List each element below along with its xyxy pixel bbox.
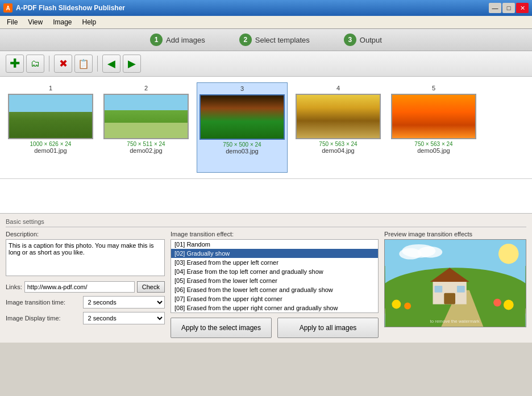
- effect-item[interactable]: [06] Erased from the lower left corner a…: [171, 285, 378, 294]
- step-2-circle: 2: [239, 34, 252, 46]
- step-1[interactable]: 1 Add images: [150, 34, 205, 46]
- transition-time-row: Image transition time: 1 second2 seconds…: [6, 296, 165, 309]
- step-3-label: Output: [360, 36, 382, 44]
- title-bar: A A-PDF Flash Slideshow Publisher — □ ✕: [0, 0, 532, 16]
- step-2[interactable]: 2 Select templates: [239, 34, 310, 46]
- middle-settings: Image transition effect: [01] Random[02]…: [171, 231, 379, 338]
- image-info: 750 × 563 × 24: [319, 141, 357, 147]
- steps-bar: 1 Add images 2 Select templates 3 Output: [0, 29, 532, 51]
- toolbar-separator-1: [49, 56, 49, 72]
- step-1-circle: 1: [150, 34, 163, 46]
- step-3-circle: 3: [344, 34, 356, 46]
- window-title: A-PDF Flash Slideshow Publisher: [16, 4, 125, 12]
- back-button[interactable]: ◀: [102, 55, 120, 73]
- svg-rect-10: [434, 286, 442, 293]
- image-item-2[interactable]: 2 750 × 511 × 24 demo02.jpg: [101, 82, 191, 173]
- title-bar-controls: — □ ✕: [489, 3, 529, 13]
- image-item-3[interactable]: 3 750 × 500 × 24 demo03.jpg: [197, 82, 288, 173]
- effect-item[interactable]: [03] Erased from the upper left corner: [171, 258, 378, 267]
- image-thumb: [200, 94, 285, 140]
- left-settings: Description: Links: Check Image transiti…: [6, 231, 165, 338]
- image-thumb: [296, 94, 381, 139]
- image-thumb: [391, 94, 476, 139]
- svg-point-15: [504, 300, 514, 310]
- description-label: Description:: [6, 231, 165, 237]
- display-time-label: Image Display time:: [6, 315, 80, 322]
- image-name: demo04.jpg: [322, 147, 355, 154]
- transition-time-select[interactable]: 1 second2 seconds3 seconds4 seconds5 sec…: [83, 296, 165, 309]
- preview-box: to remove the watermark: [384, 239, 526, 327]
- preview-svg: to remove the watermark: [385, 240, 526, 327]
- image-item-5[interactable]: 5 750 × 563 × 24 demo05.jpg: [389, 82, 479, 173]
- delete-button[interactable]: ✖: [54, 55, 72, 73]
- image-number: 1: [49, 85, 52, 91]
- settings-row: Description: Links: Check Image transiti…: [6, 231, 526, 338]
- effect-item[interactable]: [04] Erase from the top left corner and …: [171, 267, 378, 276]
- effect-item[interactable]: [01] Random: [171, 240, 378, 249]
- add-folder-button[interactable]: 🗂: [26, 55, 44, 73]
- minimize-button[interactable]: —: [489, 3, 501, 13]
- menu-image[interactable]: Image: [48, 17, 76, 27]
- svg-text:to remove the watermark: to remove the watermark: [430, 319, 480, 324]
- image-number: 5: [432, 85, 435, 91]
- image-info: 1000 × 626 × 24: [30, 141, 72, 147]
- image-item-1[interactable]: 1 1000 × 626 × 24 demo01.jpg: [6, 82, 95, 173]
- effect-item[interactable]: [09] Erased from the lower right corner: [171, 312, 378, 313]
- effect-item[interactable]: [07] Erased from the upper right corner: [171, 294, 378, 303]
- apply-all-button[interactable]: Apply to all images: [277, 318, 379, 338]
- image-number: 2: [144, 85, 148, 91]
- effect-label: Image transition effect:: [171, 231, 379, 237]
- forward-button[interactable]: ▶: [123, 55, 141, 73]
- image-name: demo03.jpg: [226, 148, 259, 155]
- effect-item[interactable]: [05] Erased from the lower left corner: [171, 276, 378, 285]
- effect-list[interactable]: [01] Random[02] Gradually show[03] Erase…: [171, 239, 379, 313]
- menu-bar: File View Image Help: [0, 16, 532, 29]
- menu-file[interactable]: File: [2, 17, 22, 27]
- maximize-button[interactable]: □: [502, 3, 515, 13]
- effect-list-container: [01] Random[02] Gradually show[03] Erase…: [171, 239, 379, 313]
- svg-point-13: [404, 303, 411, 310]
- description-textarea[interactable]: [6, 239, 165, 276]
- white-area: [0, 179, 532, 213]
- image-info: 750 × 500 × 24: [223, 141, 261, 148]
- image-name: demo05.jpg: [417, 147, 450, 154]
- image-item-4[interactable]: 4 750 × 563 × 24 demo04.jpg: [293, 82, 383, 173]
- bottom-panel: Basic settings Description: Links: Check…: [0, 213, 532, 343]
- basic-settings-label: Basic settings: [6, 218, 526, 227]
- apply-selected-button[interactable]: Apply to the select images: [171, 318, 272, 338]
- image-info: 750 × 563 × 24: [414, 141, 452, 147]
- edit-button[interactable]: 📋: [74, 55, 93, 73]
- image-thumb: [103, 94, 189, 139]
- app-icon: A: [3, 3, 13, 12]
- links-label: Links:: [6, 284, 22, 290]
- menu-view[interactable]: View: [23, 17, 47, 27]
- image-name: demo01.jpg: [34, 147, 67, 154]
- svg-rect-11: [457, 286, 465, 293]
- menu-help[interactable]: Help: [78, 17, 101, 27]
- step-2-label: Select templates: [255, 36, 310, 44]
- display-time-select[interactable]: 1 second2 seconds3 seconds4 seconds5 sec…: [83, 312, 165, 324]
- svg-point-14: [493, 299, 501, 307]
- svg-point-12: [392, 300, 401, 309]
- effect-item[interactable]: [08] Erased from the upper right corner …: [171, 303, 378, 312]
- image-info: 750 × 511 × 24: [127, 141, 165, 147]
- svg-rect-9: [444, 293, 455, 305]
- right-preview: Preview image transition effects: [384, 231, 526, 338]
- toolbar: ✚ 🗂 ✖ 📋 ◀ ▶: [0, 51, 532, 77]
- step-3[interactable]: 3 Output: [344, 34, 382, 46]
- svg-point-3: [399, 248, 421, 260]
- add-button[interactable]: ✚: [6, 55, 24, 73]
- step-1-label: Add images: [166, 36, 205, 44]
- close-button[interactable]: ✕: [516, 3, 529, 13]
- toolbar-separator-2: [97, 56, 98, 72]
- images-area: 1 1000 × 626 × 24 demo01.jpg 2 750 × 511…: [0, 77, 532, 179]
- image-number: 3: [240, 85, 244, 92]
- transition-time-label: Image transition time:: [6, 299, 80, 306]
- check-button[interactable]: Check: [137, 281, 165, 293]
- effect-item[interactable]: [02] Gradually show: [171, 249, 378, 258]
- image-name: demo02.jpg: [130, 147, 163, 154]
- links-input[interactable]: [24, 281, 135, 293]
- preview-label: Preview image transition effects: [384, 231, 526, 237]
- action-buttons: Apply to the select images Apply to all …: [171, 318, 379, 338]
- svg-point-4: [418, 247, 442, 258]
